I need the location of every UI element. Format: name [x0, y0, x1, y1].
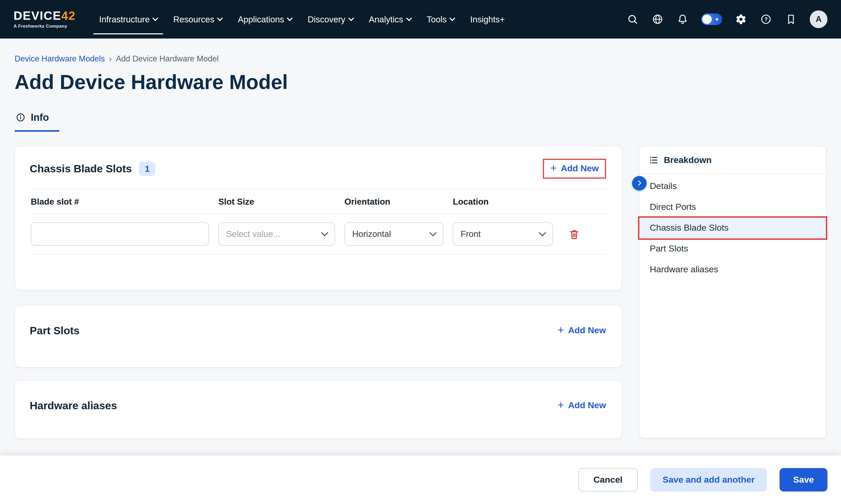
breakdown-item-hardware-aliases[interactable]: Hardware aliases — [639, 259, 826, 280]
help-icon[interactable]: ? — [760, 13, 772, 25]
section-title-part-slots: Part Slots — [30, 324, 80, 337]
settings-gear-icon[interactable] — [735, 13, 747, 25]
nav-item-discovery[interactable]: Discovery — [300, 0, 361, 38]
save-and-add-another-button[interactable]: Save and add another — [650, 468, 767, 491]
plus-icon: + — [558, 325, 564, 336]
plus-icon: + — [550, 163, 557, 174]
hardware-aliases-add-new-button[interactable]: + Add New — [558, 400, 606, 411]
main-content: Device Hardware Models › Add Device Hard… — [0, 38, 841, 504]
top-navigation-bar: DEVICE42 A Freshworks Company Infrastruc… — [0, 0, 841, 38]
delete-row-button[interactable] — [566, 227, 582, 242]
chevron-down-icon — [217, 15, 223, 21]
breakdown-icon — [649, 156, 659, 165]
save-button[interactable]: Save — [780, 468, 827, 491]
nav-item-label: Discovery — [308, 14, 346, 24]
breakdown-list: Details Direct Ports Chassis Blade Slots… — [639, 174, 826, 280]
section-title-chassis-blade-slots: Chassis Blade Slots — [30, 162, 132, 175]
action-footer: Cancel Save and add another Save — [0, 455, 841, 504]
chevron-down-icon — [539, 229, 546, 237]
chevron-down-icon — [287, 15, 293, 21]
orientation-value: Horizontal — [352, 229, 391, 239]
bookmark-icon[interactable] — [785, 13, 797, 25]
chassis-add-new-button[interactable]: + Add New — [550, 163, 599, 174]
plus-icon: + — [558, 400, 564, 411]
chevron-down-icon — [406, 15, 412, 21]
breadcrumb-separator: › — [109, 54, 111, 64]
table-header-row: Blade slot # Slot Size Orientation Locat… — [31, 189, 606, 214]
nav-item-insights[interactable]: Insights+ — [462, 0, 513, 38]
slot-size-placeholder: Select value... — [226, 229, 280, 239]
nav-item-analytics[interactable]: Analytics — [361, 0, 419, 38]
breakdown-item-details[interactable]: Details — [639, 176, 826, 197]
tab-info-label: Info — [31, 112, 49, 123]
nav-item-label: Applications — [238, 14, 284, 24]
breadcrumb: Device Hardware Models › Add Device Hard… — [15, 54, 826, 64]
section-title-hardware-aliases: Hardware aliases — [30, 399, 117, 412]
search-icon[interactable] — [626, 13, 639, 25]
globe-icon[interactable] — [651, 13, 664, 25]
viewport: DEVICE42 A Freshworks Company Infrastruc… — [0, 0, 841, 504]
tab-bar: Info — [15, 112, 826, 132]
form-sections-column: Chassis Blade Slots 1 + Add New Bla — [15, 146, 622, 439]
location-select[interactable]: Front — [453, 222, 553, 246]
slot-size-select[interactable]: Select value... — [218, 222, 335, 246]
logo-device-text: DEVICE — [14, 9, 61, 23]
chevron-down-icon — [348, 15, 354, 21]
notifications-bell-icon[interactable] — [676, 13, 689, 25]
orientation-select[interactable]: Horizontal — [345, 222, 443, 246]
nav-item-resources[interactable]: Resources — [165, 0, 230, 38]
column-header-blade-slot: Blade slot # — [31, 197, 218, 207]
breakdown-title: Breakdown — [664, 155, 712, 166]
orientation-cell: Horizontal — [345, 222, 453, 246]
add-new-label: Add New — [568, 325, 606, 336]
chassis-blade-slots-section: Chassis Blade Slots 1 + Add New Bla — [15, 146, 622, 290]
logo-42-text: 42 — [61, 9, 75, 23]
toggle-knob — [702, 15, 712, 24]
chassis-count-badge: 1 — [139, 162, 155, 176]
add-new-label: Add New — [561, 163, 599, 174]
theme-toggle[interactable] — [701, 14, 722, 25]
user-avatar[interactable]: A — [810, 11, 827, 28]
logo-subtitle: A Freshworks Company — [14, 24, 75, 29]
breakdown-item-chassis-blade-slots[interactable]: Chassis Blade Slots — [639, 218, 826, 238]
nav-item-applications[interactable]: Applications — [230, 0, 300, 38]
nav-item-infrastructure[interactable]: Infrastructure — [91, 0, 165, 38]
row-actions-cell — [560, 227, 606, 242]
logo-wordmark: DEVICE42 — [14, 10, 75, 22]
nav-item-label: Resources — [173, 14, 214, 24]
nav-item-label: Infrastructure — [99, 14, 150, 24]
breakdown-item-part-slots[interactable]: Part Slots — [639, 238, 826, 259]
cancel-button[interactable]: Cancel — [578, 468, 638, 491]
nav-item-label: Insights+ — [470, 14, 505, 24]
content-row: Chassis Blade Slots 1 + Add New Bla — [0, 146, 841, 439]
main-menu: Infrastructure Resources Applications Di… — [91, 0, 512, 38]
nav-item-tools[interactable]: Tools — [419, 0, 462, 38]
nav-actions: ? A — [626, 11, 827, 28]
collapse-panel-button[interactable] — [632, 176, 647, 191]
chassis-section-header: Chassis Blade Slots 1 + Add New — [15, 146, 621, 179]
red-annotation-box: + Add New — [543, 159, 606, 179]
hardware-aliases-section: Hardware aliases + Add New — [15, 380, 622, 439]
add-new-label: Add New — [568, 400, 606, 411]
location-cell: Front — [453, 222, 560, 246]
nav-item-label: Tools — [427, 14, 447, 24]
chevron-down-icon — [321, 229, 328, 237]
device42-logo[interactable]: DEVICE42 A Freshworks Company — [14, 10, 75, 29]
sparkle-icon — [715, 17, 719, 21]
breadcrumb-link-device-hardware-models[interactable]: Device Hardware Models — [15, 54, 105, 64]
app-window: DEVICE42 A Freshworks Company Infrastruc… — [0, 0, 841, 504]
chevron-down-icon — [430, 229, 437, 237]
part-slots-section: Part Slots + Add New — [15, 305, 622, 367]
breakdown-header: Breakdown — [639, 146, 826, 174]
part-slots-add-new-button[interactable]: + Add New — [558, 325, 606, 336]
column-header-orientation: Orientation — [345, 197, 453, 207]
tab-info[interactable]: Info — [15, 112, 59, 132]
location-value: Front — [461, 229, 481, 239]
chevron-right-icon — [635, 179, 643, 187]
blade-slot-cell — [31, 222, 218, 246]
chevron-down-icon — [450, 15, 455, 21]
column-header-location: Location — [453, 197, 560, 207]
breakdown-item-direct-ports[interactable]: Direct Ports — [639, 197, 826, 218]
blade-slot-input[interactable] — [31, 222, 209, 246]
blade-slots-table: Blade slot # Slot Size Orientation Locat… — [31, 189, 606, 255]
